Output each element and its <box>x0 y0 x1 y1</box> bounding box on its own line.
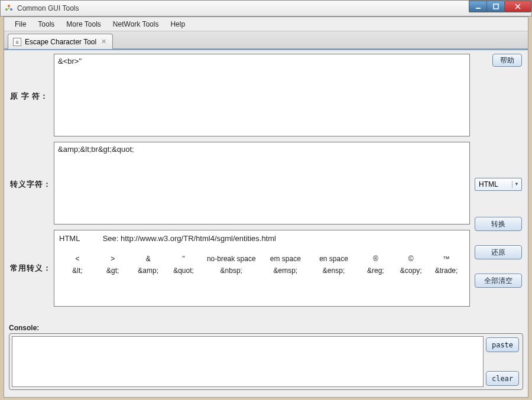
console-clear-button[interactable]: clear <box>486 371 519 386</box>
tab-label: Escape Character Tool <box>25 38 96 46</box>
chevron-down-icon: ▼ <box>512 181 519 188</box>
escape-type-value: HTML <box>479 180 498 188</box>
reference-row-chars: < > & " no-break space em space en space… <box>60 253 463 264</box>
reference-table: < > & " no-break space em space en space… <box>59 252 465 277</box>
ref-entity: &nbsp; <box>202 265 261 276</box>
menu-tools[interactable]: Tools <box>32 18 60 30</box>
console-paste-button[interactable]: paste <box>486 337 519 352</box>
console-label: Console: <box>9 324 523 332</box>
console-section: Console: paste clear <box>9 324 523 394</box>
ref-char: © <box>394 253 428 264</box>
reference-row-entities: &lt; &gt; &amp; &quot; &nbsp; &emsp; &en… <box>60 265 463 276</box>
ref-entity: &copy; <box>394 265 428 276</box>
window-maximize-button[interactable] <box>486 1 504 12</box>
escaped-characters-textarea[interactable] <box>54 142 470 225</box>
menubar: File Tools More Tools NetWork Tools Help <box>4 17 528 31</box>
ref-entity: &quot; <box>167 265 201 276</box>
console-textarea[interactable] <box>12 336 484 387</box>
original-characters-textarea[interactable] <box>54 54 470 136</box>
ref-char: em space <box>262 253 309 264</box>
menu-network-tools[interactable]: NetWork Tools <box>107 18 165 30</box>
ref-char: " <box>167 253 201 264</box>
menu-file[interactable]: File <box>9 18 32 30</box>
ref-entity: &emsp; <box>262 265 309 276</box>
window-close-button[interactable] <box>504 1 531 12</box>
menu-help[interactable]: Help <box>164 18 191 30</box>
window-minimize-button[interactable] <box>469 1 486 12</box>
ref-char: en space <box>310 253 358 264</box>
label-common: 常用转义： <box>10 230 54 307</box>
ref-entity: &trade; <box>429 265 463 276</box>
clear-all-button[interactable]: 全部清空 <box>475 274 522 288</box>
ref-entity: &gt; <box>96 265 130 276</box>
ref-char: > <box>96 253 130 264</box>
ref-entity: &amp; <box>131 265 166 276</box>
content-area: 原 字 符： 帮助 转义字符： HTML ▼ <box>4 49 528 397</box>
tab-escape-character-tool[interactable]: a Escape Character Tool ✕ <box>8 34 113 49</box>
ref-char: ® <box>358 253 392 264</box>
menu-more-tools[interactable]: More Tools <box>60 18 106 30</box>
window-titlebar: Common GUI Tools <box>0 0 532 17</box>
window-title: Common GUI Tools <box>17 4 79 12</box>
svg-rect-4 <box>476 8 481 9</box>
reference-type: HTML <box>59 234 100 243</box>
escape-type-select[interactable]: HTML ▼ <box>475 178 522 191</box>
svg-point-2 <box>10 8 12 11</box>
reference-panel: HTML See: http://www.w3.org/TR/html4/sgm… <box>54 230 470 307</box>
ref-char: no-break space <box>202 253 261 264</box>
ref-entity: &ensp; <box>310 265 358 276</box>
ref-entity: &reg; <box>358 265 392 276</box>
convert-button[interactable]: 转换 <box>475 217 522 231</box>
app-frame: File Tools More Tools NetWork Tools Help… <box>4 17 528 398</box>
svg-point-1 <box>5 8 8 11</box>
tab-icon: a <box>13 38 21 46</box>
label-escaped: 转义字符： <box>10 142 54 226</box>
help-button[interactable]: 帮助 <box>492 54 522 67</box>
label-original: 原 字 符： <box>10 54 54 138</box>
svg-rect-5 <box>494 4 498 9</box>
tab-close-icon[interactable]: ✕ <box>100 38 108 45</box>
tabbar: a Escape Character Tool ✕ <box>4 31 528 49</box>
reference-link-text: See: http://www.w3.org/TR/html4/sgml/ent… <box>103 234 276 243</box>
svg-point-0 <box>8 5 10 7</box>
restore-button[interactable]: 还原 <box>475 245 522 259</box>
ref-char: < <box>60 253 95 264</box>
app-icon <box>4 4 14 13</box>
ref-char: ™ <box>429 253 463 264</box>
svg-point-3 <box>8 8 9 9</box>
ref-entity: &lt; <box>60 265 95 276</box>
ref-char: & <box>131 253 166 264</box>
